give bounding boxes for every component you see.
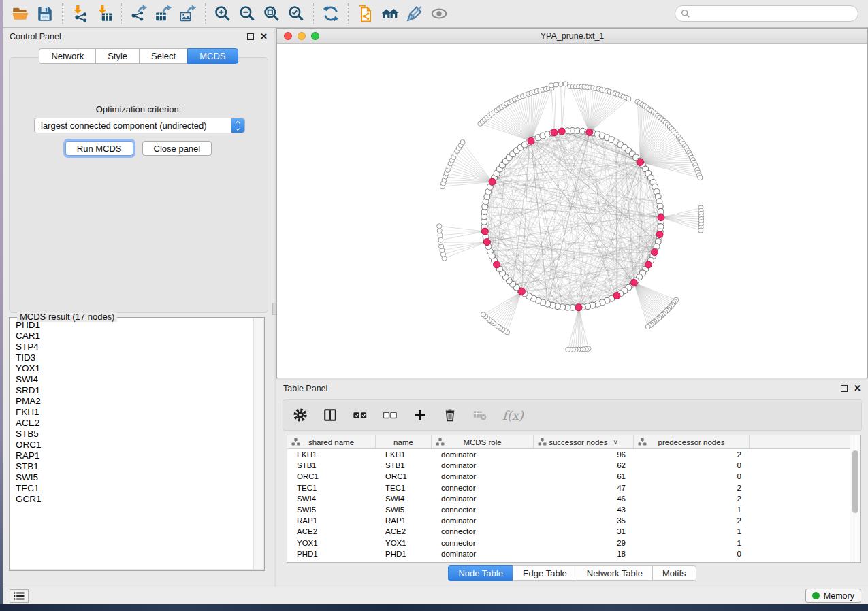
close-panel-button[interactable]: Close panel	[142, 141, 212, 156]
export-table-button[interactable]	[151, 2, 176, 25]
network-node[interactable]	[558, 82, 563, 86]
tab-mcds[interactable]: MCDS	[187, 48, 238, 64]
table-row[interactable]: SWI4SWI4dominator462	[287, 493, 850, 504]
tab-style[interactable]: Style	[95, 48, 139, 64]
export-image-button[interactable]	[176, 2, 200, 25]
table-row[interactable]: YOX1YOX1connector291	[287, 538, 850, 548]
table-row[interactable]: RAP1RAP1dominator352	[287, 515, 850, 526]
zoom-out-button[interactable]	[235, 2, 259, 25]
open-session-button[interactable]	[8, 2, 33, 25]
mcds-hub-node[interactable]	[558, 128, 565, 135]
mcds-hub-node[interactable]	[645, 261, 652, 268]
mcds-result-item[interactable]: PMA2	[10, 396, 253, 407]
network-node[interactable]	[645, 325, 650, 329]
tab-select[interactable]: Select	[139, 48, 187, 64]
network-node[interactable]	[437, 229, 442, 233]
zoom-fit-button[interactable]	[259, 2, 284, 25]
import-table-button[interactable]	[92, 2, 116, 25]
mcds-hub-node[interactable]	[489, 178, 496, 185]
network-home-button[interactable]	[378, 2, 402, 25]
tab-motifs[interactable]: Motifs	[652, 565, 696, 581]
show-graphics-eye-button[interactable]	[427, 2, 451, 25]
table-mode-gear-button[interactable]	[293, 408, 308, 423]
show-columns-button[interactable]	[323, 408, 338, 423]
mcds-result-item[interactable]: CAR1	[10, 331, 253, 342]
mcds-list-scrollbar[interactable]	[254, 318, 263, 569]
mcds-hub-node[interactable]	[494, 261, 500, 268]
mcds-hub-node[interactable]	[652, 249, 658, 256]
optimization-criterion-select[interactable]: largest connected component (undirected)	[34, 118, 245, 133]
deselect-all-button[interactable]	[383, 408, 398, 423]
col-predecessor-nodes[interactable]: predecessor nodes	[634, 435, 750, 448]
search-field[interactable]	[675, 5, 858, 22]
zoom-in-button[interactable]	[210, 2, 235, 25]
network-canvas[interactable]	[277, 44, 867, 378]
share-network-document-button[interactable]	[353, 2, 378, 25]
run-mcds-button[interactable]: Run MCDS	[65, 141, 133, 156]
tab-node-table[interactable]: Node Table	[448, 565, 513, 581]
zoom-selected-button[interactable]	[284, 2, 308, 25]
network-node[interactable]	[553, 82, 558, 87]
save-session-button[interactable]	[33, 2, 57, 25]
mcds-hub-node[interactable]	[658, 214, 664, 221]
mcds-result-item[interactable]: FKH1	[10, 407, 253, 418]
mcds-hub-node[interactable]	[575, 304, 582, 311]
table-row[interactable]: PHD1PHD1dominator180	[287, 548, 850, 559]
show-log-button[interactable]	[10, 589, 29, 603]
network-node[interactable]	[549, 83, 553, 88]
col-name[interactable]: name	[376, 435, 432, 448]
table-row[interactable]: ORC1ORC1dominator610	[287, 471, 850, 482]
search-input[interactable]	[690, 9, 852, 18]
float-panel-icon[interactable]	[247, 33, 254, 40]
close-table-panel-icon[interactable]: ✕	[854, 385, 861, 392]
network-node[interactable]	[438, 237, 443, 242]
col-shared-name[interactable]: shared name	[287, 435, 376, 448]
table-row[interactable]: STB1STB1dominator620	[287, 460, 850, 471]
export-network-button[interactable]	[127, 2, 151, 25]
mcds-result-item[interactable]: SWI4	[10, 374, 253, 385]
mcds-hub-node[interactable]	[613, 293, 620, 299]
select-all-button[interactable]	[353, 408, 368, 423]
mcds-result-item[interactable]: GCR1	[10, 494, 253, 505]
add-column-button[interactable]	[413, 408, 428, 423]
tab-network[interactable]: Network	[39, 48, 95, 64]
mcds-result-item[interactable]: STP4	[10, 342, 253, 352]
mcds-hub-node[interactable]	[586, 129, 593, 135]
col-successor-nodes[interactable]: successor nodes ∨	[534, 435, 634, 448]
float-table-panel-icon[interactable]	[841, 385, 848, 392]
mcds-result-item[interactable]: TEC1	[10, 483, 253, 494]
mcds-hub-node[interactable]	[483, 239, 490, 246]
mcds-result-item[interactable]: SRD1	[10, 385, 253, 396]
network-node[interactable]	[437, 224, 442, 229]
mcds-result-item[interactable]: ACE2	[10, 418, 253, 429]
mcds-hub-node[interactable]	[551, 129, 558, 136]
refresh-layout-button[interactable]	[319, 2, 343, 25]
mcds-hub-node[interactable]	[637, 159, 644, 165]
mcds-result-item[interactable]: YOX1	[10, 363, 253, 374]
mcds-hub-node[interactable]	[518, 288, 525, 295]
table-row[interactable]: FKH1FKH1dominator962	[287, 449, 850, 460]
mcds-result-item[interactable]: TID3	[10, 352, 253, 363]
delete-columns-button[interactable]	[443, 408, 457, 423]
tab-edge-table[interactable]: Edge Table	[513, 565, 577, 581]
network-node[interactable]	[460, 139, 465, 144]
network-node[interactable]	[626, 97, 631, 101]
close-panel-icon[interactable]: ✕	[260, 33, 268, 40]
tab-network-table[interactable]: Network Table	[577, 565, 652, 581]
table-row[interactable]: ACE2ACE2connector311	[287, 526, 850, 537]
mcds-hub-node[interactable]	[656, 231, 663, 238]
table-row[interactable]: SWI5SWI5connector431	[287, 504, 850, 515]
mcds-result-item[interactable]: SWI5	[10, 472, 253, 483]
table-scrollbar-thumb[interactable]	[852, 450, 858, 513]
mcds-result-item[interactable]: STB1	[10, 461, 253, 472]
table-row[interactable]: TEC1TEC1connector472	[287, 482, 850, 493]
mcds-hub-node[interactable]	[528, 137, 534, 144]
mcds-hub-node[interactable]	[481, 228, 488, 235]
network-node[interactable]	[481, 312, 486, 317]
network-node[interactable]	[563, 82, 568, 86]
memory-button[interactable]: Memory	[805, 589, 861, 603]
hide-graphics-details-button[interactable]	[402, 2, 427, 25]
mcds-result-item[interactable]: STB5	[10, 429, 253, 440]
col-mcds-role[interactable]: MCDS role	[432, 435, 534, 448]
network-node[interactable]	[566, 347, 570, 352]
